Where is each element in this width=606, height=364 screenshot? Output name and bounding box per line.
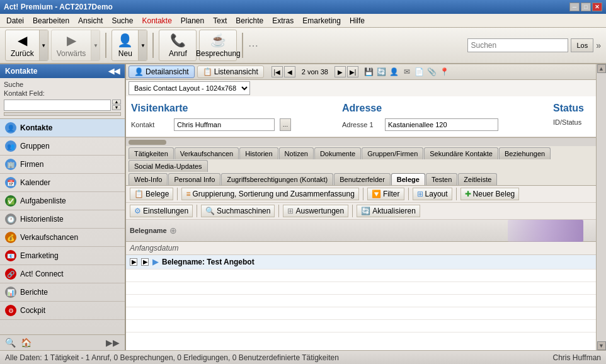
scroll-up-arrow[interactable]: ▲ [597,64,606,73]
sidebar-item-groups[interactable]: 👥 Gruppen [0,137,125,156]
letter-icon[interactable]: 📄 [414,66,425,77]
tab-personal[interactable]: Personal Info [168,173,220,185]
tab-testen[interactable]: Testen [426,173,457,185]
nav-controls: |◀ ◀ 2 von 38 ▶ ▶| [272,66,358,77]
layout-select[interactable]: Basic Contact Layout - 1024x768 [129,81,250,95]
scroll-down-btn[interactable]: ▼ [112,105,121,110]
menu-berichte[interactable]: Berichte [232,15,267,26]
sidebar-search-input[interactable] [4,100,111,111]
tab-benutzer[interactable]: Benutzerfelder [334,173,391,185]
group-expand-btn[interactable]: ▶ [130,258,137,266]
belegname-decoration [508,220,583,242]
kontakt-input[interactable] [174,118,275,131]
tab-notizen[interactable]: Notizen [279,147,314,159]
back-button[interactable]: ◀ Zurück [6,30,39,60]
call-button[interactable]: 📞 Anruf [159,30,197,61]
save-icon[interactable]: 💾 [363,66,375,77]
tab-historien[interactable]: Historien [239,147,278,159]
adresse1-input[interactable] [385,118,498,131]
tab-sekundaere[interactable]: Sekundäre Kontakte [424,147,498,159]
sidebar-item-sales[interactable]: 💰 Verkaufschancen [0,229,125,247]
right-scrollbar[interactable]: ▲ ▼ [596,64,606,350]
sidebar-item-history[interactable]: 🕐 Historienliste [0,210,125,229]
email-icon[interactable]: ✉ [401,66,413,77]
forward-button[interactable]: ▶ Vorwärts [52,30,91,60]
meeting-button[interactable]: ☕ Besprechung [199,30,237,61]
sidebar-item-companies[interactable]: 🏢 Firmen [0,156,125,174]
search-area: Los » [467,38,601,52]
tab-gruppen[interactable]: Gruppen/Firmen [362,147,423,159]
tab-dokumente[interactable]: Dokumente [314,147,361,159]
belegname-sort-icon[interactable]: ⊕ [169,225,177,236]
user-icon[interactable]: 👤 [389,66,400,77]
sidebar-item-tasks[interactable]: ✅ Aufgabenliste [0,192,125,210]
tab-zeitleiste[interactable]: Zeitleiste [458,173,497,185]
menu-extras[interactable]: Extras [268,15,297,26]
menu-hilfe[interactable]: Hilfe [346,15,369,26]
close-button[interactable]: ✕ [592,3,602,11]
refresh-icon[interactable]: 🔄 [376,66,387,77]
settings-btn[interactable]: ⚙ Einstellungen [130,205,193,217]
new-button[interactable]: 👤 Neu [112,30,138,60]
sidebar-collapse-icon[interactable]: ◀◀ [108,67,120,76]
new-beleg-btn[interactable]: ✚ Neuer Beleg [460,188,520,200]
menu-emarketing[interactable]: Emarketing [299,15,345,26]
map-icon[interactable]: 📍 [439,66,450,77]
layout-btn[interactable]: ⊞ Layout [413,188,452,200]
detail-view-button[interactable]: 👤 Detailansicht [129,65,195,78]
auswertungen-btn[interactable]: ⊞ Auswertungen [283,205,348,217]
back-dropdown[interactable]: ▼ [39,30,48,60]
sidebar-item-cockpit[interactable]: ⚙ Cockpit [0,302,125,320]
table-group-row: ▶ ▶ ▶ Belegname: Test Angebot [126,255,596,270]
search-button[interactable]: Los [571,38,593,52]
menu-bearbeiten[interactable]: Bearbeiten [29,15,73,26]
search-expand-icon[interactable]: » [596,40,601,50]
kontakt-browse-btn[interactable]: … [280,118,291,131]
belege-sep-6 [278,205,279,217]
list-view-button[interactable]: 📋 Listenansicht [197,65,264,78]
menu-kontakte[interactable]: Kontakte [138,15,175,26]
sidebar-item-emarketing[interactable]: 📧 Emarketing [0,247,125,265]
sidebar-home-btn[interactable]: 🏠 [21,338,31,348]
grouping-btn[interactable]: ≡ Gruppierung, Sortierung und Zusammenfa… [181,188,359,200]
tab-social[interactable]: Social Media-Updates [129,160,208,172]
search-input[interactable] [467,38,568,52]
nav-prev-button[interactable]: ◀ [284,66,295,77]
tab-beziehungen[interactable]: Beziehungen [499,147,551,159]
new-dropdown[interactable]: ▼ [138,30,147,60]
menu-suche[interactable]: Suche [108,15,137,26]
minimize-button[interactable]: ─ [569,3,580,11]
menu-datei[interactable]: Datei [3,15,28,26]
tab-verkaufschancen[interactable]: Verkaufschancen [174,147,239,159]
sidebar-item-reports[interactable]: 📊 Berichte [0,283,125,302]
h-scrollbar[interactable] [126,137,596,146]
belege-sep-1 [177,188,178,200]
sidebar-search-btn[interactable]: 🔍 [5,338,16,348]
sidebar-expand-btn[interactable]: ▶▶ [106,338,120,348]
nav-first-button[interactable]: |◀ [272,66,283,77]
maximize-button[interactable]: □ [581,3,591,11]
scroll-up-btn[interactable]: ▲ [112,100,121,105]
tab-zugriff[interactable]: Zugriffsberechtigungen (Kontakt) [221,173,333,185]
menu-planen[interactable]: Planen [177,15,208,26]
tab-webinfo[interactable]: Web-Info [129,173,168,185]
search-engines-btn[interactable]: 🔍 Suchmaschinen [201,205,275,217]
sidebar-item-calendar[interactable]: 📅 Kalender [0,174,125,192]
tab-belege[interactable]: Belege [391,173,425,185]
forward-dropdown[interactable]: ▼ [91,30,100,60]
menu-ansicht[interactable]: Ansicht [74,15,106,26]
scroll-down-arrow[interactable]: ▼ [597,341,606,350]
sidebar-item-actconnect[interactable]: 🔗 Act! Connect [0,265,125,283]
refresh-belege-btn[interactable]: 🔄 Aktualisieren [357,205,420,217]
attach-icon[interactable]: 📎 [426,66,438,77]
tab-taetigkeiten[interactable]: Tätigkeiten [129,147,174,159]
menu-text[interactable]: Text [209,15,231,26]
h-scroll-thumb[interactable] [129,140,166,145]
nav-last-button[interactable]: ▶| [347,66,358,77]
filter-btn[interactable]: 🔽 Filter [367,188,404,200]
nav-next-button[interactable]: ▶ [334,66,346,77]
sidebar-item-contacts[interactable]: 👤 Kontakte [0,119,125,137]
belege-btn[interactable]: 📋 Belege [130,188,173,200]
calendar-icon: 📅 [5,177,16,188]
group-expand-btn-2[interactable]: ▶ [141,258,149,266]
